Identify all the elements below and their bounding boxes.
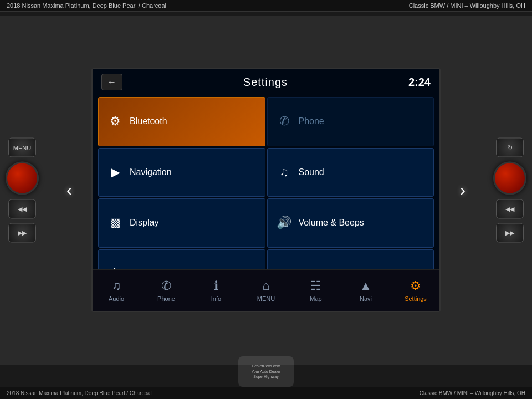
ctrl-icon: ◀◀	[18, 206, 27, 213]
nav-phone-icon: ✆	[161, 279, 171, 293]
navi-icon: ▲	[360, 279, 372, 293]
right-controls: ↻ ◀◀ ▶▶	[493, 138, 526, 243]
menu-item-navigation[interactable]: ▶ Navigation	[98, 148, 265, 197]
left-controls: MENU ◀◀ ▶▶	[6, 138, 39, 243]
nav-phone[interactable]: ✆ Phone	[147, 279, 186, 302]
navigation-icon: ▶	[108, 165, 123, 180]
bluetooth-icon: ⚙	[108, 114, 123, 129]
left-ctrl-btn1[interactable]: ◀◀	[8, 200, 36, 219]
info-label: Info	[211, 295, 221, 302]
audio-icon: ♫	[112, 279, 121, 293]
rc-icon3: ▶▶	[505, 229, 514, 237]
menu-item-phone[interactable]: ✆ Phone	[267, 97, 434, 146]
home-icon: ⌂	[262, 279, 269, 293]
bluetooth-label: Bluetooth	[130, 116, 167, 126]
settings-icon: ⚙	[410, 279, 421, 293]
left-ctrl-btn2[interactable]: ▶▶	[8, 223, 36, 243]
menu-label-nav: MENU	[257, 295, 275, 302]
watermark-text: DealerRevs.comYour Auto Dealer SuperHigh…	[238, 364, 294, 380]
info-icon: ℹ	[214, 279, 218, 293]
audio-label: Audio	[109, 295, 124, 302]
screen-title: Settings	[243, 76, 288, 89]
ctrl-icon2: ▶▶	[18, 229, 27, 237]
rc-icon2: ◀◀	[505, 206, 514, 213]
sound-icon: ♫	[277, 165, 292, 180]
back-icon: ←	[108, 77, 116, 87]
car-background: MENU ◀◀ ▶▶ ‹ ← Settings 2:24 ⚙ Bluetooth	[0, 16, 532, 365]
back-button[interactable]: ←	[101, 74, 122, 90]
navigation-label: Navigation	[130, 167, 172, 177]
screen-header: ← Settings 2:24	[93, 69, 439, 95]
menu-label: MENU	[13, 144, 31, 151]
menu-item-bluetooth[interactable]: ⚙ Bluetooth	[98, 97, 265, 146]
rc-icon1: ↻	[508, 144, 513, 151]
settings-label: Settings	[405, 295, 427, 302]
bottom-nav: ♫ Audio ✆ Phone ℹ Info ⌂ MENU ☵ Map ▲	[91, 269, 441, 311]
nav-audio[interactable]: ♫ Audio	[97, 279, 136, 302]
map-label: Map	[310, 295, 321, 302]
nav-navi[interactable]: ▲ Navi	[346, 279, 385, 302]
menu-item-display[interactable]: ▩ Display	[98, 198, 265, 248]
menu-item-volume-beeps[interactable]: 🔊 Volume & Beeps	[267, 198, 434, 248]
right-ctrl-btn3[interactable]: ▶▶	[496, 223, 524, 243]
nav-menu[interactable]: ⌂ MENU	[247, 279, 285, 302]
next-arrow[interactable]: ›	[460, 181, 466, 200]
phone-label: Phone	[299, 116, 324, 126]
prev-arrow[interactable]: ‹	[66, 181, 72, 200]
top-bar-left: 2018 Nissan Maxima Platinum, Deep Blue P…	[7, 2, 166, 9]
top-bar: 2018 Nissan Maxima Platinum, Deep Blue P…	[0, 0, 532, 12]
bottom-bar-right: Classic BMW / MINI – Willoughby Hills, O…	[420, 390, 525, 396]
nav-map[interactable]: ☵ Map	[296, 279, 335, 302]
screen-time: 2:24	[408, 76, 431, 89]
display-icon: ▩	[108, 216, 123, 230]
right-knob[interactable]	[493, 162, 526, 195]
right-ctrl-btn2[interactable]: ◀◀	[496, 200, 524, 219]
volume-label: Volume & Beeps	[299, 218, 364, 228]
nav-info[interactable]: ℹ Info	[197, 279, 236, 302]
map-icon: ☵	[310, 279, 321, 293]
display-label: Display	[130, 218, 158, 228]
sound-label: Sound	[299, 167, 324, 177]
nav-phone-label: Phone	[157, 295, 175, 302]
left-knob[interactable]	[6, 162, 39, 195]
phone-icon: ✆	[277, 114, 292, 129]
right-ctrl-btn1[interactable]: ↻	[496, 138, 524, 157]
infotainment-screen: ← Settings 2:24 ⚙ Bluetooth ✆ Phone ▶ Na…	[91, 68, 441, 312]
menu-button[interactable]: MENU	[8, 138, 36, 157]
watermark: DealerRevs.comYour Auto Dealer SuperHigh…	[238, 356, 294, 387]
menu-item-sound[interactable]: ♫ Sound	[267, 148, 434, 197]
top-bar-right: Classic BMW / MINI – Willoughby Hills, O…	[409, 2, 525, 9]
navi-label: Navi	[360, 295, 372, 302]
bottom-bar-left: 2018 Nissan Maxima Platinum, Deep Blue P…	[7, 390, 152, 396]
bottom-bar: 2018 Nissan Maxima Platinum, Deep Blue P…	[0, 387, 532, 399]
volume-icon: 🔊	[277, 216, 292, 230]
nav-settings[interactable]: ⚙ Settings	[396, 279, 435, 302]
